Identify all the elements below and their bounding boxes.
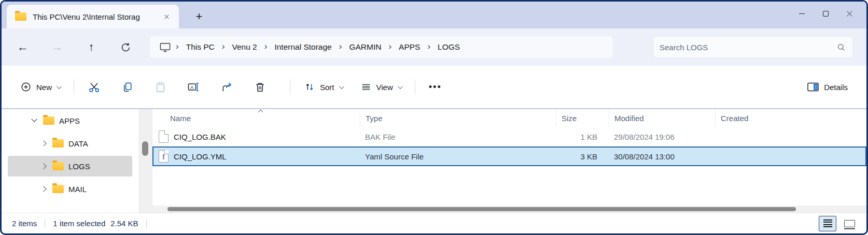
more-icon: ••• bbox=[429, 82, 442, 93]
search-icon[interactable] bbox=[836, 42, 846, 52]
up-button[interactable]: ↑ bbox=[79, 36, 103, 58]
breadcrumb-item[interactable]: GARMIN bbox=[343, 39, 387, 55]
content-area: APPS DATA LOGS MAIL bbox=[2, 109, 866, 213]
file-modified-cell: 30/08/2024 13:00 bbox=[609, 146, 715, 166]
file-name-cell: CIQ_LOG.YML bbox=[152, 146, 360, 166]
delete-button[interactable] bbox=[248, 76, 271, 98]
file-type-cell: BAK File bbox=[360, 127, 556, 146]
close-icon bbox=[845, 9, 854, 18]
toolbar-divider bbox=[290, 79, 290, 95]
sort-icon bbox=[304, 81, 315, 93]
breadcrumb-item[interactable]: LOGS bbox=[432, 39, 466, 55]
folder-icon bbox=[43, 116, 54, 125]
details-pane-icon bbox=[807, 81, 819, 93]
see-more-button[interactable]: ••• bbox=[424, 76, 447, 98]
column-header[interactable]: Type bbox=[360, 109, 556, 127]
column-header[interactable]: Size bbox=[556, 109, 609, 127]
breadcrumb-separator-icon: › bbox=[263, 41, 269, 52]
search-input[interactable] bbox=[660, 43, 836, 52]
file-created-cell bbox=[715, 127, 866, 146]
copy-icon bbox=[121, 81, 133, 93]
breadcrumb-item[interactable]: Internal Storage bbox=[269, 39, 337, 55]
file-row[interactable]: CIQ_LOG.BAK BAK File 1 KB 29/08/2024 19:… bbox=[152, 127, 866, 146]
scrollbar-thumb[interactable] bbox=[142, 141, 148, 156]
trash-icon bbox=[254, 81, 266, 93]
chevron-down-icon bbox=[398, 84, 403, 89]
paste-icon bbox=[155, 81, 166, 93]
search-box bbox=[653, 36, 853, 58]
copy-button[interactable] bbox=[116, 76, 138, 98]
navigation-bar: ← → ↑ › This PC › Venu 2 › Internal Stor… bbox=[2, 28, 866, 66]
sidebar-folder-item[interactable]: DATA bbox=[8, 133, 132, 154]
refresh-button[interactable] bbox=[114, 36, 137, 58]
sidebar-folder-item[interactable]: APPS bbox=[8, 110, 132, 131]
maximize-button[interactable] bbox=[814, 2, 837, 25]
column-header[interactable]: Modified bbox=[609, 109, 715, 127]
breadcrumb-separator-icon: › bbox=[174, 41, 180, 52]
forward-button[interactable]: → bbox=[45, 36, 69, 58]
file-explorer-window: This PC\Venu 2\Internal Storag + ← → ↑ bbox=[0, 0, 868, 235]
sidebar-folder-label: MAIL bbox=[68, 185, 87, 194]
file-type-cell: Yaml Source File bbox=[360, 146, 556, 166]
sidebar-vertical-scrollbar[interactable] bbox=[138, 109, 152, 213]
file-created-cell bbox=[715, 146, 866, 166]
toolbar-divider bbox=[74, 79, 74, 95]
breadcrumb-item[interactable]: Venu 2 bbox=[226, 39, 262, 55]
large-icons-view-icon bbox=[844, 220, 855, 227]
cut-icon bbox=[88, 81, 100, 93]
tab-close-button[interactable] bbox=[159, 9, 174, 24]
folder-icon bbox=[15, 12, 26, 21]
tree-chevron-icon[interactable] bbox=[38, 141, 49, 145]
breadcrumb-separator-icon: › bbox=[426, 41, 432, 52]
sidebar-folder-item[interactable]: MAIL bbox=[8, 179, 132, 199]
empty-file-area[interactable] bbox=[152, 166, 866, 205]
sidebar-folder-item[interactable]: LOGS bbox=[8, 156, 132, 177]
breadcrumb-item[interactable]: APPS bbox=[393, 39, 426, 55]
sidebar-folder-label: DATA bbox=[68, 139, 88, 148]
chevron-down-icon bbox=[339, 84, 344, 89]
explorer-tab[interactable]: This PC\Venu 2\Internal Storag bbox=[7, 5, 179, 28]
toolbar-divider bbox=[415, 79, 415, 95]
status-bar: 2 items 1 item selected 2.54 KB bbox=[2, 213, 866, 233]
tab-bar: This PC\Venu 2\Internal Storag + bbox=[2, 2, 866, 28]
maximize-icon bbox=[821, 9, 830, 18]
rename-button[interactable]: A bbox=[182, 76, 205, 98]
new-tab-button[interactable]: + bbox=[190, 8, 208, 25]
column-header[interactable]: Created bbox=[715, 109, 866, 127]
tree-chevron-icon[interactable] bbox=[38, 187, 49, 191]
minimize-icon bbox=[797, 9, 806, 18]
close-button[interactable] bbox=[837, 2, 861, 25]
folder-icon bbox=[52, 185, 64, 193]
status-divider bbox=[146, 219, 147, 228]
breadcrumb-item[interactable]: This PC bbox=[180, 39, 220, 55]
back-button[interactable]: ← bbox=[11, 36, 35, 58]
tree-chevron-icon[interactable] bbox=[29, 119, 40, 123]
share-button[interactable] bbox=[215, 76, 238, 98]
minimize-button[interactable] bbox=[790, 2, 814, 25]
paste-button[interactable] bbox=[149, 76, 172, 98]
sidebar-folder-label: LOGS bbox=[68, 162, 90, 171]
sort-button[interactable]: Sort bbox=[299, 76, 348, 98]
scrollbar-thumb[interactable] bbox=[167, 207, 796, 211]
breadcrumb-separator-icon: › bbox=[338, 41, 344, 52]
details-pane-button[interactable]: Details bbox=[802, 76, 853, 98]
breadcrumb: › This PC › Venu 2 › Internal Storage › … bbox=[150, 36, 613, 58]
tree-chevron-icon[interactable] bbox=[38, 164, 49, 168]
column-header[interactable]: Name bbox=[152, 109, 360, 127]
large-icons-view-toggle[interactable] bbox=[842, 216, 857, 231]
file-modified-cell: 29/08/2024 19:06 bbox=[609, 127, 715, 146]
view-button[interactable]: View bbox=[355, 76, 407, 98]
this-pc-device-icon[interactable] bbox=[156, 41, 174, 53]
view-icon bbox=[360, 81, 372, 93]
file-list-pane: Name Type Size Modified Created CIQ_LOG.… bbox=[152, 109, 866, 213]
cut-button[interactable] bbox=[82, 76, 105, 98]
view-button-label: View bbox=[376, 83, 393, 92]
new-button[interactable]: New bbox=[15, 76, 65, 98]
plus-circle-icon bbox=[20, 81, 32, 93]
file-row[interactable]: CIQ_LOG.YML Yaml Source File 3 KB 30/08/… bbox=[152, 146, 866, 166]
horizontal-scrollbar[interactable] bbox=[152, 205, 866, 213]
refresh-icon bbox=[120, 42, 131, 53]
view-toggles bbox=[819, 216, 857, 231]
details-view-toggle[interactable] bbox=[819, 216, 836, 231]
file-type-icon bbox=[159, 150, 169, 163]
